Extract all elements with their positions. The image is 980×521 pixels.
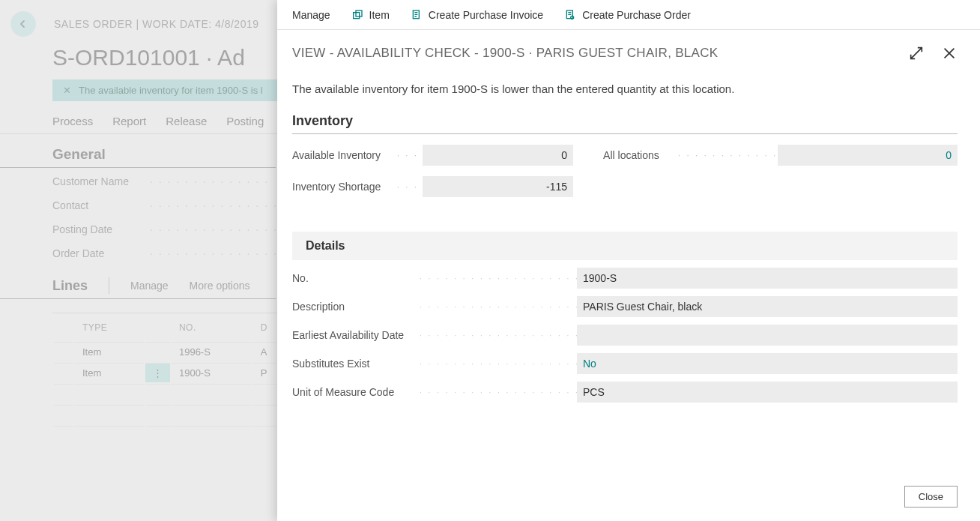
back-arrow-icon: [16, 17, 30, 31]
item-icon: [351, 9, 363, 21]
available-inventory-value: 0: [423, 145, 573, 166]
table-row[interactable]: [54, 426, 291, 445]
posting-date-label: Posting Date: [52, 223, 150, 235]
inventory-shortage-value: -115: [423, 176, 573, 197]
contact-label: Contact: [52, 199, 150, 211]
lines-section-title: Lines: [52, 278, 88, 294]
lines-manage[interactable]: Manage: [130, 280, 169, 292]
close-icon[interactable]: [941, 45, 958, 61]
availability-message: The available inventory for item 1900-S …: [292, 61, 958, 107]
all-locations-value[interactable]: 0: [778, 145, 958, 166]
expand-icon[interactable]: [908, 45, 925, 61]
no-value: 1900-S: [577, 268, 958, 289]
lines-table: TYPE NO. D Item 1996-S A Item ⋮: [52, 313, 292, 447]
description-value: PARIS Guest Chair, black: [577, 296, 958, 317]
create-purchase-invoice-label: Create Purchase Invoice: [429, 9, 543, 21]
description-label: Description: [292, 301, 420, 313]
inventory-shortage-label: Inventory Shortage: [292, 181, 397, 193]
modal-action-bar: Manage Item Create Purchase Invoice Crea…: [277, 0, 980, 30]
table-row[interactable]: Item ⋮ 1900-S P: [54, 363, 291, 382]
action-report[interactable]: Report: [112, 115, 146, 127]
table-row[interactable]: Item 1996-S A: [54, 342, 291, 361]
close-button[interactable]: Close: [904, 486, 958, 508]
earliest-availability-label: Earliest Availability Date: [292, 329, 420, 341]
breadcrumb: SALES ORDER | WORK DATE: 4/8/2019: [54, 18, 259, 30]
action-process[interactable]: Process: [52, 115, 93, 127]
all-locations-label: All locations: [603, 149, 678, 161]
section-general: General: [0, 134, 276, 168]
order-icon: [564, 9, 576, 21]
col-type[interactable]: TYPE: [75, 315, 144, 340]
create-purchase-order-button[interactable]: Create Purchase Order: [564, 9, 691, 21]
create-purchase-order-label: Create Purchase Order: [582, 9, 691, 21]
back-button[interactable]: [10, 11, 36, 37]
notification-text: The available inventory for item 1900-S …: [79, 85, 263, 96]
availability-check-panel: Manage Item Create Purchase Invoice Crea…: [277, 0, 980, 521]
uom-label: Unit of Measure Code: [292, 386, 420, 398]
available-inventory-label: Available Inventory: [292, 149, 397, 161]
manage-menu[interactable]: Manage: [292, 9, 330, 21]
row-selector-icon[interactable]: ⋮: [145, 363, 170, 382]
modal-view-title: VIEW - AVAILABILITY CHECK - 1900-S · PAR…: [292, 46, 718, 61]
table-row[interactable]: [54, 384, 291, 403]
action-posting[interactable]: Posting: [226, 115, 264, 127]
col-no[interactable]: NO.: [172, 315, 252, 340]
item-button[interactable]: Item: [351, 9, 390, 21]
inventory-section-title: Inventory: [292, 107, 958, 134]
substitutes-exist-value[interactable]: No: [577, 353, 958, 374]
invoice-icon: [411, 9, 423, 21]
customer-name-label: Customer Name: [52, 175, 150, 187]
dots: · · · · · · · · · · · · · · ·: [150, 223, 278, 235]
manage-label: Manage: [292, 9, 330, 21]
table-row[interactable]: [54, 405, 291, 424]
order-date-label: Order Date: [52, 247, 150, 259]
close-icon[interactable]: ✕: [63, 85, 71, 96]
create-purchase-invoice-button[interactable]: Create Purchase Invoice: [411, 9, 543, 21]
uom-value: PCS: [577, 382, 958, 403]
item-label: Item: [369, 9, 390, 21]
dots: · · · · · · · · · · · · · · · ·: [150, 247, 287, 259]
action-release[interactable]: Release: [166, 115, 207, 127]
divider: [109, 277, 109, 294]
no-label: No.: [292, 272, 420, 284]
dots: · · · · · · · · · · · · · ·: [150, 175, 269, 187]
lines-more-options[interactable]: More options: [190, 280, 250, 292]
substitutes-exist-label: Substitutes Exist: [292, 358, 420, 370]
earliest-availability-value: [577, 325, 958, 346]
details-section-title: Details: [292, 232, 958, 260]
